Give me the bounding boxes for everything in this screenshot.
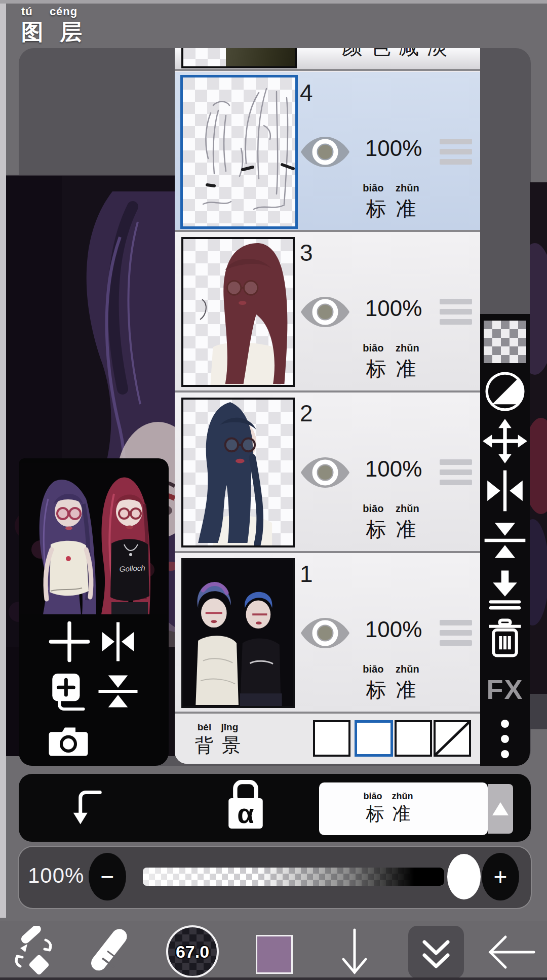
visibility-eye-icon[interactable]: [301, 456, 349, 489]
background-option-dark-checker[interactable]: [395, 720, 432, 757]
diagonal-line: [436, 722, 469, 755]
redo-down-button[interactable]: [330, 926, 379, 978]
decrease-button[interactable]: −: [89, 853, 126, 900]
clipping-button[interactable]: [68, 784, 119, 833]
flip-vertical-icon: [483, 518, 527, 563]
drag-handle-icon[interactable]: [440, 459, 472, 490]
visibility-eye-icon[interactable]: [301, 617, 349, 649]
fx-button[interactable]: FX: [482, 667, 528, 712]
layer-opacity: 100%: [358, 456, 429, 482]
background-hanzi: 背 景: [187, 733, 248, 758]
artwork-preview: Golloch: [20, 463, 167, 614]
camera-import-button[interactable]: [43, 716, 94, 764]
two-girls-art: [183, 560, 293, 706]
blend-hanzi: 标 准: [330, 195, 452, 223]
merge-down-icon: [483, 568, 527, 612]
background-pinyin: bèi jǐng: [187, 722, 248, 733]
brush-size-value: 67.0: [176, 942, 209, 962]
shirt-text: Golloch: [119, 563, 145, 573]
arrow-down-icon: [330, 926, 379, 978]
color-swatch-button[interactable]: [256, 935, 293, 974]
title-pinyin: tú céng: [21, 5, 87, 18]
layer-thumbnail[interactable]: [181, 398, 295, 547]
half-circle-icon: [483, 370, 527, 413]
background-option-transparent[interactable]: [355, 720, 393, 757]
transparency-background-button[interactable]: [482, 319, 528, 365]
pen-eraser-toggle-button[interactable]: [5, 926, 61, 978]
drag-handle-icon[interactable]: [440, 620, 472, 650]
flip-horizontal-icon: [97, 620, 139, 663]
layers-list-panel: 颜色减淡: [175, 48, 480, 764]
layer-blend-mode: biāo zhǔn 标 准: [330, 182, 452, 223]
brush-tool-button[interactable]: [85, 926, 136, 978]
eye-glyph: [301, 296, 349, 328]
merge-down-button[interactable]: [482, 567, 528, 613]
layer-row-partial[interactable]: 颜色减淡: [175, 48, 480, 71]
arrow-down-curve-icon: [72, 787, 115, 830]
layer-thumbnail[interactable]: [181, 237, 295, 387]
slider-knob[interactable]: [447, 854, 481, 899]
blend-dropdown-open-button[interactable]: [488, 784, 513, 834]
layer-row-4[interactable]: 4 100% biāo zhǔn 标 准: [175, 72, 480, 232]
delete-layer-button[interactable]: [482, 617, 528, 662]
blend-mode-dropdown[interactable]: biāo zhǔn 标 准: [319, 782, 488, 835]
layer-row-2[interactable]: 2 100% biāo zhǔn 标 准: [175, 393, 480, 553]
flip-vertical-button[interactable]: [482, 518, 528, 563]
flip-horizontal-button[interactable]: [93, 617, 143, 666]
alpha-lock-icon: α: [223, 780, 268, 831]
blend-hanzi: 标 准: [319, 802, 457, 827]
plus-icon: [47, 619, 92, 664]
screen-top-edge: [0, 0, 547, 4]
ibispaint-layers-screen: 颜色减淡: [0, 0, 547, 980]
background-option-white[interactable]: [313, 720, 350, 757]
drag-handle-icon[interactable]: [440, 139, 472, 169]
vertical-ellipsis-icon: [501, 713, 509, 765]
increase-button[interactable]: +: [482, 853, 519, 900]
move-layer-button[interactable]: [482, 418, 528, 464]
camera-icon: [47, 719, 90, 761]
blend-pinyin: biāo zhǔn: [330, 182, 452, 194]
trash-icon: [484, 618, 526, 661]
duplicate-icon: [46, 670, 89, 713]
collapse-panel-button[interactable]: [408, 926, 464, 978]
add-layer-button[interactable]: [44, 617, 95, 666]
eye-glyph: [301, 617, 349, 649]
layer-row-1[interactable]: 1 100% biāo zhǔn 标 准: [175, 553, 480, 714]
back-button[interactable]: [485, 926, 539, 978]
drag-handle-icon[interactable]: [440, 299, 472, 329]
slider-track[interactable]: [143, 868, 444, 886]
brush-size-button[interactable]: 67.0: [166, 925, 219, 978]
page-title: tú céng 图 层: [21, 5, 87, 47]
layer-number: 3: [300, 239, 335, 266]
blend-pinyin: biāo zhǔn: [330, 342, 452, 354]
duplicate-layer-button[interactable]: [42, 667, 93, 716]
visibility-eye-icon[interactable]: [301, 136, 349, 168]
layer-number: 1: [300, 560, 335, 587]
more-options-button[interactable]: [482, 716, 528, 762]
layer-blend-mode: biāo zhǔn 标 准: [330, 663, 452, 704]
pen-eraser-swap-icon: [5, 926, 61, 978]
thumbnail-dark-part: [226, 48, 295, 66]
background-option-hidden[interactable]: [434, 720, 471, 757]
flip-vertical-button[interactable]: [93, 667, 143, 716]
visibility-eye-icon[interactable]: [301, 296, 349, 328]
background-row[interactable]: bèi jǐng 背 景: [175, 714, 480, 764]
layer-opacity: 100%: [358, 296, 429, 321]
blue-hair-girl-art: [183, 400, 293, 545]
layer-row-3[interactable]: 3 100% biāo zhǔn 标 准: [175, 232, 480, 393]
tone-button[interactable]: [482, 369, 528, 414]
alpha-lock-button[interactable]: α: [220, 781, 271, 830]
right-layer-toolbar: FX: [480, 314, 530, 766]
blend-pinyin: biāo zhǔn: [330, 663, 452, 675]
opacity-slider-bar: 100% − +: [19, 847, 531, 908]
flip-horizontal-button[interactable]: [482, 468, 528, 514]
layer-thumbnail[interactable]: [181, 558, 295, 708]
layer-thumbnail-partial[interactable]: [181, 48, 297, 68]
layer-thumbnail[interactable]: [180, 75, 298, 229]
plus-glyph: +: [494, 863, 507, 890]
sketch-art: [183, 77, 295, 226]
blend-pinyin: biāo zhǔn: [319, 791, 457, 802]
layer-opacity: 100%: [358, 136, 429, 161]
double-chevron-down-icon: [408, 926, 464, 978]
layer-blend-mode: biāo zhǔn 标 准: [330, 503, 452, 543]
